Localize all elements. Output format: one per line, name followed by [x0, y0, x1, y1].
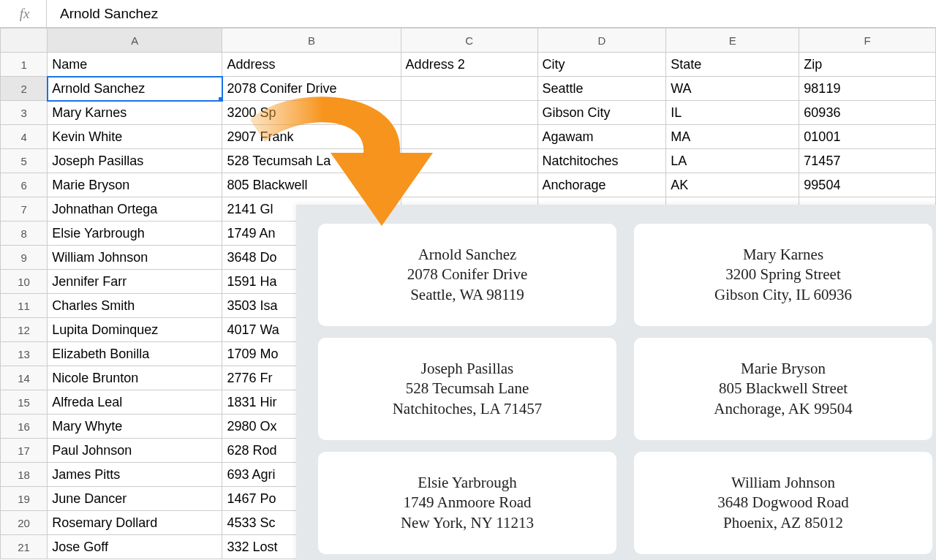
cell[interactable]: State [666, 53, 799, 77]
row-header[interactable]: 19 [1, 487, 48, 511]
cell[interactable]: Address [222, 53, 401, 77]
cell[interactable]: Address 2 [401, 53, 537, 77]
cell[interactable]: Marie Bryson [48, 173, 222, 197]
cell[interactable] [401, 173, 537, 197]
cell[interactable]: 60936 [799, 101, 936, 125]
label-city-state-zip: Natchitoches, LA 71457 [393, 399, 543, 419]
cell[interactable]: 3200 Sp [222, 101, 401, 125]
cell[interactable]: AK [666, 173, 799, 197]
cell[interactable]: Elizabeth Bonilla [48, 342, 222, 366]
cell[interactable]: James Pitts [48, 463, 222, 487]
cell[interactable]: 805 Blackwell [222, 173, 401, 197]
column-header-B[interactable]: B [222, 29, 401, 53]
label-address: 1749 Anmoore Road [404, 493, 532, 512]
row-header[interactable]: 10 [1, 270, 48, 294]
cell[interactable]: Elsie Yarbrough [48, 222, 222, 246]
row-header[interactable]: 9 [1, 246, 48, 270]
label-name: Elsie Yarbrough [418, 473, 516, 493]
column-header-D[interactable]: D [537, 29, 666, 53]
cell[interactable]: Joseph Pasillas [48, 149, 222, 173]
cell[interactable]: Mary Whyte [48, 415, 222, 439]
cell[interactable]: Nicole Brunton [48, 366, 222, 390]
row-header[interactable]: 4 [1, 125, 48, 149]
cell[interactable]: WA [666, 77, 799, 101]
row-header[interactable]: 12 [1, 318, 48, 342]
cell[interactable]: Johnathan Ortega [48, 197, 222, 222]
row-header[interactable]: 13 [1, 342, 48, 366]
select-all-corner[interactable] [1, 29, 48, 53]
cell[interactable]: Name [48, 53, 222, 77]
row-header[interactable]: 18 [1, 463, 48, 487]
row-header[interactable]: 15 [1, 390, 48, 415]
cell[interactable] [401, 125, 537, 149]
cell[interactable]: Seattle [537, 77, 666, 101]
label-name: William Johnson [731, 473, 835, 493]
cell[interactable]: William Johnson [48, 246, 222, 270]
cell[interactable]: Gibson City [537, 101, 666, 125]
cell[interactable]: Natchitoches [537, 149, 666, 173]
label-name: Mary Karnes [743, 245, 823, 265]
row-header[interactable]: 8 [1, 222, 48, 246]
row-header[interactable]: 11 [1, 294, 48, 318]
cell[interactable]: Jennifer Farr [48, 270, 222, 294]
label-address: 3200 Spring Street [725, 265, 841, 284]
cell[interactable]: IL [666, 101, 799, 125]
label-address: 3648 Dogwood Road [717, 493, 849, 512]
column-header-E[interactable]: E [666, 29, 799, 53]
cell[interactable]: Zip [799, 53, 936, 77]
label-city-state-zip: Phoenix, AZ 85012 [723, 513, 843, 533]
column-header-C[interactable]: C [401, 29, 537, 53]
column-header-A[interactable]: A [48, 29, 222, 53]
cell[interactable]: Agawam [537, 125, 666, 149]
label-city-state-zip: Anchorage, AK 99504 [714, 399, 853, 419]
address-label-card: Joseph Pasillas528 Tecumsah LaneNatchito… [318, 338, 616, 440]
row-header[interactable]: 14 [1, 366, 48, 390]
cell[interactable] [401, 77, 537, 101]
cell[interactable]: MA [666, 125, 799, 149]
cell[interactable]: 528 Tecumsah La [222, 149, 401, 173]
cell[interactable]: Mary Karnes [48, 101, 222, 125]
label-name: Marie Bryson [741, 359, 826, 379]
cell[interactable]: 2078 Conifer Drive [222, 77, 401, 101]
row-header[interactable]: 20 [1, 511, 48, 535]
cell[interactable] [401, 149, 537, 173]
row-header[interactable]: 6 [1, 173, 48, 197]
address-label-card: William Johnson3648 Dogwood RoadPhoenix,… [634, 452, 932, 554]
cell[interactable]: Arnold Sanchez [48, 77, 222, 101]
cell[interactable]: 2907 Frank [222, 125, 401, 149]
cell[interactable]: City [537, 53, 666, 77]
row-header[interactable]: 5 [1, 149, 48, 173]
cell[interactable]: Rosemary Dollard [48, 511, 222, 535]
cell[interactable]: June Dancer [48, 487, 222, 511]
row-header[interactable]: 3 [1, 101, 48, 125]
label-address: 2078 Conifer Drive [407, 265, 527, 284]
label-city-state-zip: Gibson City, IL 60936 [714, 285, 852, 305]
row-header[interactable]: 17 [1, 439, 48, 463]
cell[interactable]: LA [666, 149, 799, 173]
cell[interactable]: Kevin White [48, 125, 222, 149]
cell[interactable]: Charles Smith [48, 294, 222, 318]
cell[interactable]: Anchorage [537, 173, 666, 197]
cell[interactable]: Jose Goff [48, 535, 222, 559]
row-header[interactable]: 1 [1, 53, 48, 77]
row-header[interactable]: 7 [1, 197, 48, 222]
formula-input[interactable] [47, 0, 936, 27]
cell[interactable]: 99504 [799, 173, 936, 197]
cell[interactable]: 71457 [799, 149, 936, 173]
label-name: Arnold Sanchez [418, 245, 517, 265]
row-header[interactable]: 21 [1, 535, 48, 559]
column-header-F[interactable]: F [799, 29, 936, 53]
cell[interactable]: Paul Johnson [48, 439, 222, 463]
address-label-card: Marie Bryson805 Blackwell StreetAnchorag… [634, 338, 932, 440]
row-header[interactable]: 2 [1, 77, 48, 101]
row-header[interactable]: 16 [1, 415, 48, 439]
cell[interactable]: Lupita Dominquez [48, 318, 222, 342]
label-address: 528 Tecumsah Lane [406, 379, 529, 398]
label-city-state-zip: New York, NY 11213 [401, 513, 534, 533]
cell[interactable]: Alfreda Leal [48, 390, 222, 415]
label-city-state-zip: Seattle, WA 98119 [410, 285, 524, 305]
cell[interactable] [401, 101, 537, 125]
cell[interactable]: 01001 [799, 125, 936, 149]
cell[interactable]: 98119 [799, 77, 936, 101]
address-label-card: Mary Karnes3200 Spring StreetGibson City… [634, 224, 932, 326]
